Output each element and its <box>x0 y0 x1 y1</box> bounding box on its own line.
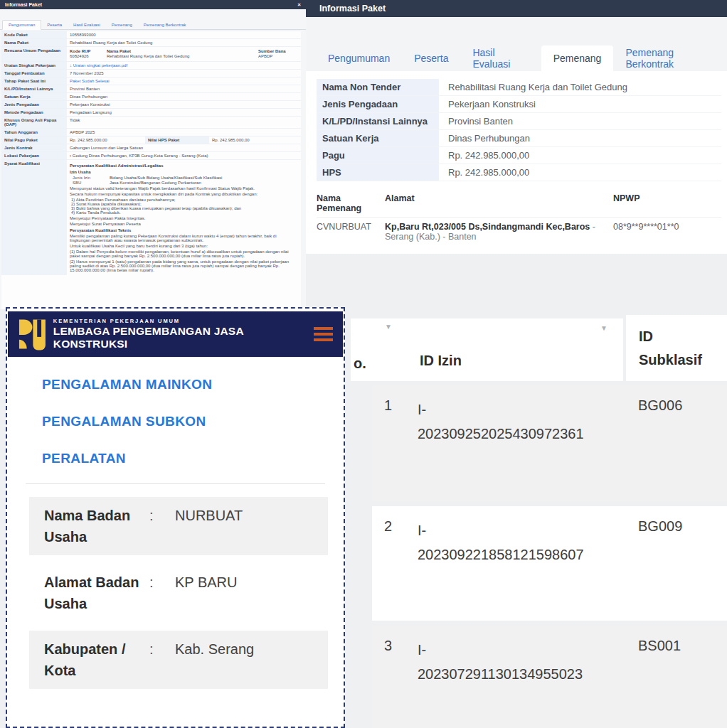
link-pengalaman-subkon[interactable]: PENGALAMAN SUBKON <box>42 414 344 429</box>
rup-header: Nama Paket <box>107 49 254 53</box>
field-value: Pengadaan Langsung <box>67 109 301 116</box>
izin-table-body: 1 I- 202309252025430972361 BG006 2 I- 20… <box>372 385 727 728</box>
link-pengalaman-mainkon[interactable]: PENGALAMAN MAINKON <box>42 377 344 392</box>
link-peralatan[interactable]: PERALATAN <box>42 451 344 466</box>
winner-table-header: Nama Pemenang Alamat NPWP <box>317 191 721 218</box>
field-label: Kode Paket <box>1 31 67 38</box>
close-icon[interactable]: × <box>297 2 301 8</box>
tab-pengumuman[interactable]: Pengumuman <box>316 46 402 71</box>
kual-t2b: (2) Harus mempunyai 1 (satu) pengalaman … <box>70 259 298 272</box>
id-izin-value: I- 202309252025430972361 <box>418 397 584 446</box>
field-label: Satuan Kerja <box>1 93 67 100</box>
field-row: HPS Rp. 242.985.000,00 <box>317 164 721 181</box>
field-row-kabupaten-kota: Kabupaten / Kota : Kab. Serang <box>29 631 328 689</box>
col-nama-pemenang: Nama Pemenang <box>317 193 381 213</box>
rup-cell: 60824926 <box>70 54 102 58</box>
field-row: Tanggal Pembuatan 7 November 2025 <box>1 69 301 77</box>
kual-p4: Menyetujui Surat Pernyataan Peserta <box>70 222 298 226</box>
col-alamat: Alamat <box>385 193 609 213</box>
col-id-izin[interactable]: ID Izin <box>420 353 462 369</box>
colon: : <box>149 572 175 614</box>
field-value: Rp. 242.985.000,00 <box>67 136 145 144</box>
field-row: Khusus Orang Asli Papua (OAP) Tidak <box>1 116 301 128</box>
field-label: Rencana Umum Pengadaan <box>1 47 67 61</box>
id-izin-value: I- 202307291130134955023 <box>418 638 583 686</box>
field-label: Kabupaten / Kota <box>44 638 149 681</box>
field-row: K/L/PD/Instansi Lainnya Provinsi Banten <box>1 85 301 92</box>
field-row: K/L/PD/Instansi Lainnya Provinsi Banten <box>317 113 721 130</box>
id-subklasifikasi-value: BG009 <box>638 518 682 535</box>
field-row: Tahun Anggaran APBDP 2025 <box>1 128 301 136</box>
tab-peserta[interactable]: Peserta <box>41 21 68 29</box>
field-value: Rp. 242.985.000,00 <box>439 164 529 181</box>
izin-table-header: ▼ ▼ o. ID Izin <box>351 318 623 381</box>
colon: : <box>149 505 175 547</box>
tab-pemenang-berkontrak[interactable]: Pemenang Berkontrak <box>613 46 727 71</box>
field-value: Rp. 242.985.000,00 <box>439 147 529 164</box>
tab-pemenang-berkontrak[interactable]: Pemenang Berkontrak <box>138 21 192 29</box>
small-window-content: Kode Paket 10558993000 Nama Paket Rehabi… <box>1 31 301 309</box>
field-value: Provinsi Banten <box>439 113 513 129</box>
field-label: Metode Pengadaan <box>1 109 67 116</box>
uraian-pdf-link[interactable]: Uraian singkat pekerjaan.pdf <box>73 63 127 68</box>
field-value: Rp. 242.985.000,00 <box>209 136 301 144</box>
field-row: Kode Paket 10558993000 <box>1 31 301 38</box>
field-label: Tahun Anggaran <box>1 129 67 136</box>
lpjk-header: KEMENTERIAN PEKERJAAN UMUM LEMBAGA PENGE… <box>8 311 343 357</box>
field-label: Uraian Singkat Pekerjaan <box>1 62 67 69</box>
tab-peserta[interactable]: Peserta <box>402 46 460 71</box>
kual-title-teknis: Persyaratan Kualifikasi Teknis <box>70 228 298 232</box>
col-no[interactable]: o. <box>354 355 366 372</box>
field-label: HPS <box>317 164 439 181</box>
field-label: K/L/PD/Instansi Lainnya <box>1 85 67 92</box>
field-row: Jenis Pengadaan Pekerjaan Konstruksi <box>1 100 301 108</box>
sort-icon[interactable]: ▼ <box>385 323 392 331</box>
field-row: Metode Pengadaan Pengadaan Langsung <box>1 108 301 116</box>
download-icon: ↓ <box>70 63 72 68</box>
field-row-alamat-badan-usaha: Alamat Badan Usaha : KP BARU <box>29 564 328 622</box>
tahap-paket-link[interactable]: Paket Sudah Selesai <box>67 77 301 85</box>
lpjk-brand: KEMENTERIAN PEKERJAAN UMUM LEMBAGA PENGE… <box>53 318 314 350</box>
field-value: Rehabilitasi Ruang Kerja dan Toilet Gedu… <box>67 39 301 46</box>
hamburger-menu-icon[interactable] <box>314 324 333 344</box>
field-label: Lokasi Pekerjaan <box>1 152 67 159</box>
field-value: Pekerjaan Konstruksi <box>67 101 301 108</box>
row-number: 2 <box>384 518 392 535</box>
field-row: Satuan Kerja Dinas Perhubungan <box>1 92 301 100</box>
field-row: Satuan Kerja Dinas Perhubungan <box>317 130 721 147</box>
lpjk-nav: PENGALAMAN MAINKON PENGALAMAN SUBKON PER… <box>42 377 344 466</box>
field-row: Pagu Rp. 242.985.000,00 <box>317 147 721 164</box>
pemenang-fields: Nama Non Tender Rehabilitasi Ruang Kerja… <box>317 79 721 181</box>
screenshot-canvas: Informasi Paket × Pengumuman Peserta Has… <box>0 0 727 728</box>
lpjk-window: KEMENTERIAN PEKERJAAN UMUM LEMBAGA PENGE… <box>6 307 345 728</box>
field-value: 10558993000 <box>67 31 301 38</box>
field-label: Jenis Kontrak <box>1 144 67 151</box>
field-value: • Gedung Dinas Perhubungan, KP3B Curug-K… <box>67 152 301 159</box>
field-row: Jenis Pengadaan Pekerjaan Konstruksi <box>317 96 721 113</box>
id-izin-value: I- 202309221858121598607 <box>418 518 584 567</box>
tab-pemenang[interactable]: Pemenang <box>541 46 614 71</box>
kual-p3: Menyetujui Pernyataan Pakta Integritas. <box>70 216 298 220</box>
kual-izin-usaha: Izin Usaha <box>70 170 298 174</box>
kual-p2-item: 4) Kartu Tanda Penduduk. <box>71 210 298 215</box>
pemenang-panel: Nama Non Tender Rehabilitasi Ruang Kerja… <box>306 71 727 254</box>
sort-icon[interactable]: ▼ <box>600 324 607 332</box>
small-window-titlebar: Informasi Paket × <box>0 0 306 9</box>
col-id-subklasifikasi[interactable]: ID Subklasif <box>626 315 727 381</box>
tab-hasil-evaluasi[interactable]: Hasil Evaluasi <box>68 21 106 29</box>
large-window-title: Informasi Paket <box>319 4 386 14</box>
field-label: Alamat Badan Usaha <box>44 572 149 614</box>
field-label: Syarat Kualifikasi <box>1 160 67 275</box>
rup-table: Kode RUP Nama Paket Sumber Dana 60824926… <box>67 47 301 61</box>
field-row: Nama Paket Rehabilitasi Ruang Kerja dan … <box>1 38 301 46</box>
winner-alamat: Kp,Baru Rt,023/005 Ds,Sindangmandi Kec,B… <box>385 222 609 242</box>
tab-pengumuman[interactable]: Pengumuman <box>2 20 41 30</box>
field-label: Nilai Pagu Paket <box>1 136 67 144</box>
field-label: Khusus Orang Asli Papua (OAP) <box>1 117 67 128</box>
field-label: Nama Paket <box>1 39 67 46</box>
tab-hasil-evaluasi[interactable]: Hasil Evaluasi <box>460 46 541 71</box>
tab-pemenang[interactable]: Pemenang <box>106 21 138 29</box>
field-label: Satuan Kerja <box>317 130 439 146</box>
syarat-kualifikasi-row: Syarat Kualifikasi Persyaratan Kualifika… <box>1 159 301 275</box>
table-row: 3 I- 202307291130134955023 BS001 <box>372 626 727 728</box>
